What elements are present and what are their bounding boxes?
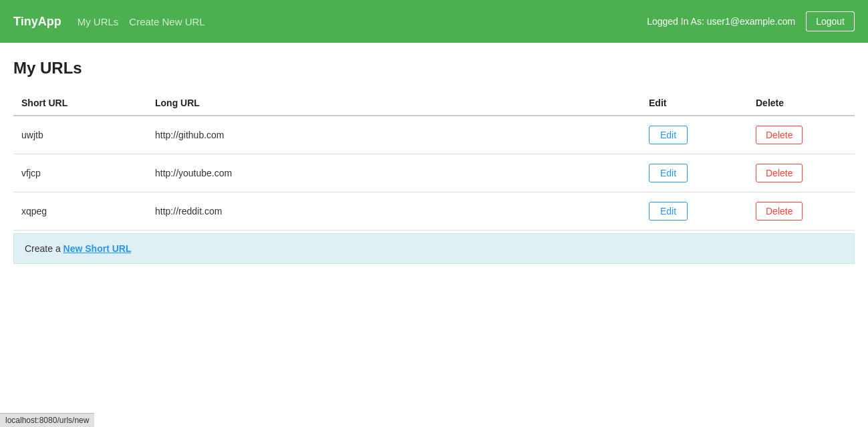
delete-button[interactable]: Delete <box>756 164 803 182</box>
cell-delete: Delete <box>748 154 855 192</box>
delete-button[interactable]: Delete <box>756 126 803 144</box>
cell-long-url: http://youtube.com <box>147 154 641 192</box>
nav-create-new-url[interactable]: Create New URL <box>129 16 204 27</box>
navbar-right: Logged In As: user1@example.com Logout <box>647 11 855 31</box>
main-content: My URLs Short URL Long URL Edit Delete u… <box>0 43 868 280</box>
create-banner: Create a New Short URL <box>13 233 855 264</box>
cell-edit: Edit <box>641 154 748 192</box>
cell-edit: Edit <box>641 116 748 154</box>
brand-logo[interactable]: TinyApp <box>13 15 61 29</box>
cell-delete: Delete <box>748 192 855 231</box>
edit-button[interactable]: Edit <box>649 202 688 221</box>
col-short-url: Short URL <box>13 91 147 116</box>
cell-short-url: xqpeg <box>13 192 147 231</box>
page-title: My URLs <box>13 59 855 78</box>
cell-long-url: http://reddit.com <box>147 192 641 231</box>
cell-delete: Delete <box>748 116 855 154</box>
cell-long-url: http://github.com <box>147 116 641 154</box>
table-body: uwjtbhttp://github.comEditDeletevfjcphtt… <box>13 116 855 231</box>
col-delete: Delete <box>748 91 855 116</box>
table-header: Short URL Long URL Edit Delete <box>13 91 855 116</box>
cell-short-url: uwjtb <box>13 116 147 154</box>
cell-edit: Edit <box>641 192 748 231</box>
logged-in-text: Logged In As: user1@example.com <box>647 16 795 27</box>
table-row: vfjcphttp://youtube.comEditDelete <box>13 154 855 192</box>
navbar: TinyApp My URLs Create New URL Logged In… <box>0 0 868 43</box>
table-row: uwjtbhttp://github.comEditDelete <box>13 116 855 154</box>
nav-my-urls[interactable]: My URLs <box>78 16 119 27</box>
col-edit: Edit <box>641 91 748 116</box>
url-table: Short URL Long URL Edit Delete uwjtbhttp… <box>13 91 855 231</box>
table-row: xqpeghttp://reddit.comEditDelete <box>13 192 855 231</box>
col-long-url: Long URL <box>147 91 641 116</box>
edit-button[interactable]: Edit <box>649 164 688 182</box>
cell-short-url: vfjcp <box>13 154 147 192</box>
logout-button[interactable]: Logout <box>806 11 855 31</box>
new-short-url-link[interactable]: New Short URL <box>63 243 132 254</box>
edit-button[interactable]: Edit <box>649 126 688 144</box>
nav-links: My URLs Create New URL <box>78 16 647 27</box>
delete-button[interactable]: Delete <box>756 202 803 221</box>
create-banner-prefix: Create a <box>25 243 63 254</box>
